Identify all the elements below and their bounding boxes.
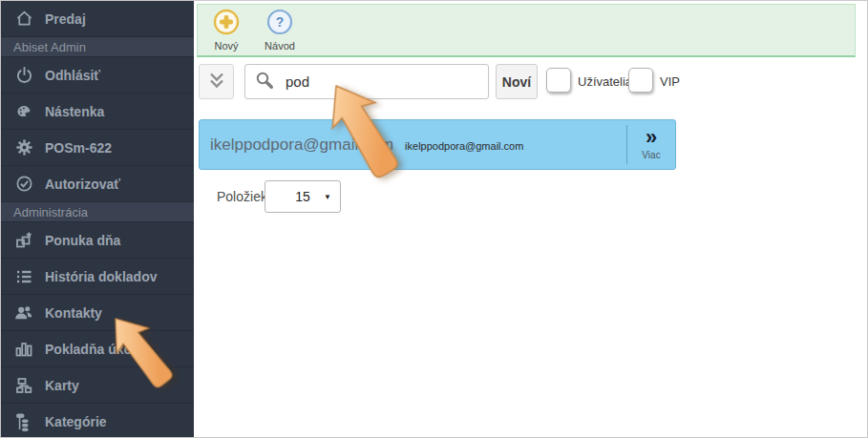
list-icon (13, 267, 34, 286)
sidebar-item-label: Autorizovať (45, 177, 120, 192)
people-icon (13, 303, 34, 323)
vip-checkbox[interactable] (628, 68, 653, 93)
new-button-label: Nový (214, 40, 238, 52)
items-per-page-select[interactable]: 15 ▼ (265, 180, 341, 213)
expand-filters-button[interactable] (199, 64, 234, 99)
action-toolbar: Nový ? Návod (197, 4, 856, 57)
new-contact-button[interactable]: Noví (496, 64, 538, 99)
flowchart-icon (13, 376, 34, 395)
sidebar-item-label: Nástenka (45, 104, 104, 119)
sidebar-item-odhlasit[interactable]: Odhlásiť (1, 57, 194, 94)
contact-title: ikelppodpora@gmail.com (210, 136, 393, 155)
more-button[interactable]: » Viac (626, 125, 675, 164)
users-checkbox-label: Užívatelia (578, 74, 632, 89)
sidebar-item-ponuka-dna[interactable]: Ponuka dňa (1, 222, 194, 259)
search-box (244, 64, 489, 99)
help-button-label: Návod (265, 40, 295, 52)
vip-checkbox-label: VIP (660, 74, 680, 89)
contact-result-row[interactable]: ikelppodpora@gmail.com ikelppodpora@gmai… (199, 119, 676, 170)
box-star-icon (13, 231, 34, 250)
chevron-down-icon: ▼ (324, 193, 331, 201)
sidebar-header-abiset-admin: Abiset Admin (1, 37, 194, 57)
sidebar-item-kontakty[interactable]: Kontakty (1, 295, 194, 331)
sidebar-item-nastenka[interactable]: Nástenka (1, 94, 194, 130)
power-icon (13, 66, 34, 84)
contact-subtitle: ikelppodpora@gmail.com (405, 137, 523, 152)
sidebar-header-administracia: Administrácia (1, 202, 194, 222)
sidebar-item-posm[interactable]: POSm-622 (1, 130, 194, 166)
sidebar-item-label: Predaj (45, 11, 86, 27)
items-per-page-value: 15 (295, 189, 310, 204)
sidebar-item-predaj[interactable]: Predaj (1, 1, 194, 37)
sidebar-item-historia-dokladov[interactable]: História dokladov (1, 259, 194, 295)
bar-chart-icon (13, 340, 34, 359)
sidebar-item-label: Odhlásiť (45, 68, 100, 83)
sidebar-item-label: História dokladov (45, 269, 157, 284)
sidebar-item-pokladna-ukony[interactable]: Pokladňa úkony (1, 331, 194, 367)
sidebar-item-karty[interactable]: Karty (1, 367, 194, 404)
help-button[interactable]: ? Návod (255, 9, 305, 52)
sidebar-item-autorizovat[interactable]: Autorizovať (1, 166, 194, 202)
magnifier-icon (255, 71, 274, 94)
question-circle-icon: ? (266, 9, 293, 39)
sidebar: Predaj Abiset Admin Odhlásiť Nástenka PO… (1, 1, 194, 437)
palette-icon (13, 102, 34, 121)
gear-icon (13, 138, 34, 156)
sidebar-item-label: Karty (45, 378, 79, 393)
svg-text:?: ? (276, 14, 285, 30)
app-window: Predaj Abiset Admin Odhlásiť Nástenka PO… (0, 0, 868, 438)
sidebar-item-label: Kontakty (45, 305, 102, 321)
double-chevron-down-icon (206, 70, 227, 94)
check-circle-icon (13, 175, 34, 193)
items-per-page-label: Položiek: (217, 189, 271, 204)
home-icon (13, 10, 34, 28)
plus-circle-icon (213, 9, 240, 39)
sidebar-item-label: POSm-622 (45, 140, 112, 156)
double-chevron-right-icon: » (646, 129, 657, 146)
sidebar-item-label: Ponuka dňa (45, 233, 120, 248)
search-input[interactable] (284, 73, 450, 91)
sidebar-item-label: Pokladňa úkony (45, 342, 147, 357)
tree-icon (13, 412, 34, 431)
users-checkbox[interactable] (546, 68, 571, 93)
more-button-label: Viac (642, 150, 660, 160)
new-button[interactable]: Nový (201, 9, 251, 52)
sidebar-item-label: Kategórie (45, 414, 107, 429)
sidebar-item-kategorie[interactable]: Kategórie (1, 404, 194, 438)
